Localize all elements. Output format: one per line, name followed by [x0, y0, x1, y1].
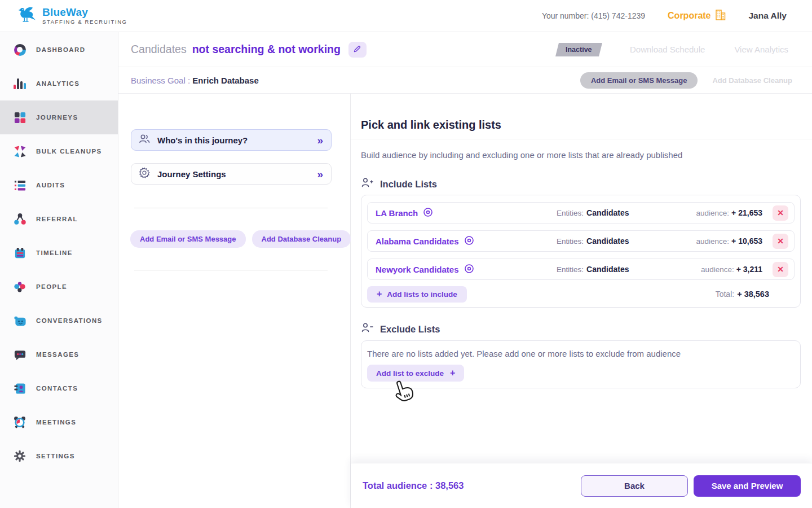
add-database-cleanup-button-panel[interactable]: Add Database Cleanup [252, 230, 351, 248]
brand-name: BlueWay [42, 7, 127, 18]
sidebar-item-label: CONVERSATIONS [36, 317, 103, 324]
chevron-double-right-icon: » [317, 169, 323, 179]
exclude-lists-container: There are no lists added yet. Please add… [361, 340, 801, 388]
remove-list-button[interactable]: ✕ [773, 234, 788, 249]
sidebar-item-settings[interactable]: SETTINGS [0, 439, 118, 473]
journey-entity-label: Candidates [131, 43, 187, 56]
remove-list-button[interactable]: ✕ [773, 262, 788, 277]
entities-text: Entities:Candidates [557, 208, 629, 217]
alarm-clock-icon [13, 415, 27, 429]
entities-text: Entities:Candidates [557, 265, 629, 274]
add-lists-to-include-button[interactable]: + Add lists to include [367, 286, 467, 303]
save-and-preview-button[interactable]: Save and Preview [694, 475, 801, 497]
sidebar-item-label: AUDITS [36, 182, 65, 189]
exclude-lists-header: Exclude Lists [380, 324, 440, 335]
list-row: LA Branch Entities:Candidates audience:+… [367, 202, 795, 224]
sidebar-item-people[interactable]: PEOPLE [0, 270, 118, 304]
pinwheel-arrows-icon [13, 144, 27, 158]
grid-squares-icon [13, 111, 27, 124]
sidebar-item-label: MESSAGES [36, 351, 79, 358]
list-link[interactable]: Alabama Candidates [376, 235, 474, 247]
corporate-label: Corporate [668, 11, 710, 21]
business-goal-bar: Business Goal : Enrich Database Add Emai… [118, 67, 812, 94]
topbar: BlueWay STAFFING & RECRUITING Your numbe… [0, 0, 812, 32]
sidebar-item-journeys[interactable]: JOURNEYS [0, 100, 118, 134]
bird-logo-icon [17, 6, 37, 26]
gear-icon [13, 449, 27, 463]
user-menu[interactable]: Jana Ally [749, 11, 787, 21]
sidebar: DASHBOARD ANALYTICS [0, 32, 118, 508]
include-lists-header: Include Lists [380, 179, 437, 190]
add-email-sms-button-top[interactable]: Add Email or SMS Message [580, 72, 698, 89]
sidebar-item-conversations[interactable]: CONVERSATIONS [0, 304, 118, 338]
add-email-sms-button-panel[interactable]: Add Email or SMS Message [130, 230, 246, 248]
sidebar-item-analytics[interactable]: ANALYTICS [0, 67, 118, 100]
journey-header: Candidates not searching & not working I… [118, 32, 812, 67]
audience-text: audience:+ 21,653 [696, 208, 762, 217]
edit-journey-name-button[interactable] [348, 42, 367, 58]
plus-icon: + [377, 289, 382, 299]
your-number-text: Your number: (415) 742-1239 [542, 11, 645, 20]
add-database-cleanup-button-top[interactable]: Add Database Cleanup [712, 76, 792, 85]
building-icon [714, 8, 726, 24]
add-list-to-exclude-button[interactable]: Add list to exclude + [367, 365, 464, 382]
view-analytics-button[interactable]: View Analytics [734, 45, 788, 54]
plus-icon: + [450, 368, 455, 378]
sidebar-item-contacts[interactable]: CONTACTS [0, 371, 118, 405]
sidebar-item-label: REFERRAL [36, 216, 78, 222]
sidebar-item-label: DASHBOARD [36, 46, 85, 53]
sidebar-item-label: SETTINGS [36, 453, 75, 459]
audience-builder-panel: Pick and link existing lists Build audie… [351, 94, 812, 508]
brand-logo[interactable]: BlueWay STAFFING & RECRUITING [17, 6, 127, 26]
audience-text: audience:+ 10,653 [696, 237, 762, 246]
view-target-icon[interactable] [464, 264, 474, 275]
list-link[interactable]: Newyork Candidates [376, 264, 474, 275]
sidebar-item-timeline[interactable]: TIMELINE [0, 236, 118, 270]
journey-steps-panel: Who's in this journey? » Journey Setting… [118, 94, 351, 508]
calendar-icon [13, 246, 27, 260]
brand-tagline: STAFFING & RECRUITING [42, 19, 127, 25]
share-nodes-icon [13, 212, 27, 226]
chevron-double-right-icon: » [317, 135, 323, 146]
chat-bubble-icon [13, 348, 27, 361]
bar-chart-icon [13, 77, 27, 90]
sidebar-item-meetings[interactable]: MEETINGS [0, 405, 118, 439]
download-schedule-button[interactable]: Download Schedule [630, 45, 705, 54]
sidebar-item-dashboard[interactable]: DASHBOARD [0, 33, 118, 67]
divider [134, 270, 328, 270]
divider [351, 139, 812, 139]
journey-name: not searching & not working [192, 43, 341, 56]
journey-settings-card[interactable]: Journey Settings » [131, 163, 332, 185]
sidebar-item-label: BULK CLEANUPS [36, 148, 102, 155]
sidebar-item-label: MEETINGS [36, 419, 76, 426]
back-button[interactable]: Back [581, 475, 688, 497]
sidebar-item-label: ANALYTICS [36, 80, 80, 87]
sidebar-item-messages[interactable]: MESSAGES [0, 338, 118, 371]
sidebar-item-bulk-cleanups[interactable]: BULK CLEANUPS [0, 134, 118, 168]
dashboard-donut-icon [13, 43, 27, 56]
list-link[interactable]: LA Branch [376, 207, 433, 219]
sidebar-item-audits[interactable]: AUDITS [0, 168, 118, 202]
panel-title: Pick and link existing lists [361, 119, 501, 132]
person-minus-icon [361, 322, 373, 336]
sidebar-item-label: CONTACTS [36, 385, 78, 392]
view-target-icon[interactable] [464, 235, 474, 247]
users-icon [138, 133, 151, 147]
remove-list-button[interactable]: ✕ [773, 205, 788, 221]
status-badge: Inactive [555, 43, 602, 56]
divider [134, 208, 328, 208]
contact-book-icon [13, 382, 27, 395]
view-target-icon[interactable] [423, 207, 433, 219]
footer-bar: Total audience : 38,563 Back Save and Pr… [351, 463, 812, 508]
list-icon [13, 178, 27, 192]
pencil-icon [353, 45, 361, 55]
include-total: Total:+ 38,563 [716, 290, 769, 299]
journey-settings-label: Journey Settings [157, 169, 310, 179]
sidebar-item-label: JOURNEYS [36, 114, 78, 121]
list-row: Newyork Candidates Entities:Candidates a… [367, 259, 795, 280]
panel-subtitle: Build audience by including and excludin… [361, 150, 682, 160]
whos-in-journey-card[interactable]: Who's in this journey? » [131, 129, 332, 151]
person-plus-icon [361, 177, 373, 191]
sidebar-item-referral[interactable]: REFERRAL [0, 202, 118, 236]
corporate-switcher[interactable]: Corporate [668, 8, 726, 24]
